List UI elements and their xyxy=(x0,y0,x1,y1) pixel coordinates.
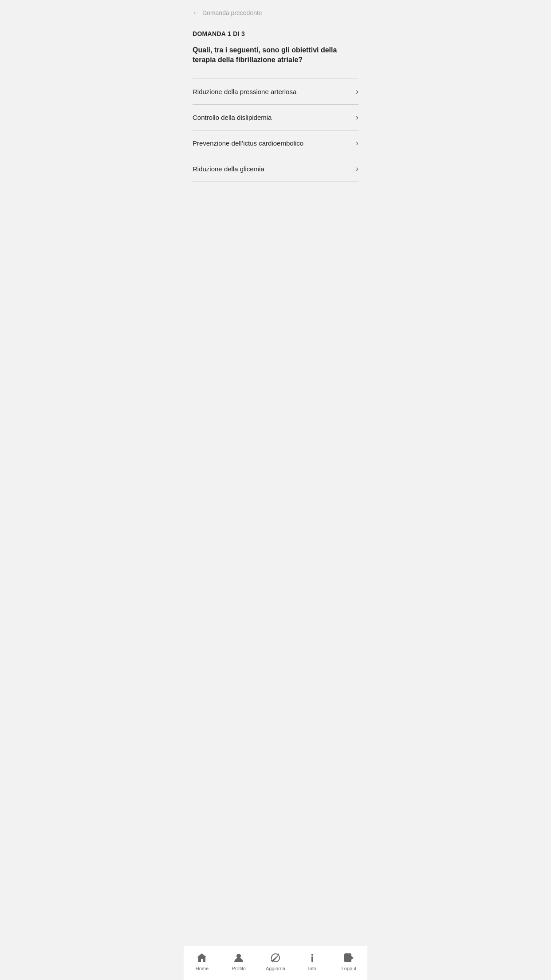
answer-item-3[interactable]: Prevenzione dell’ictus cardioembolico› xyxy=(193,130,358,156)
nav-item-logout[interactable]: Logout xyxy=(331,952,367,971)
svg-point-0 xyxy=(236,954,241,958)
chevron-icon-1: › xyxy=(356,87,358,96)
nav-label-profilo: Profilo xyxy=(232,966,246,971)
main-content: ← Domanda precedente DOMANDA 1 DI 3 Qual… xyxy=(184,0,367,980)
answer-list: Riduzione della pressione arteriosa›Cont… xyxy=(193,79,358,182)
back-button[interactable]: ← Domanda precedente xyxy=(193,9,358,17)
chevron-icon-3: › xyxy=(356,138,358,148)
answer-text-4: Riduzione della glicemia xyxy=(193,165,351,173)
nav-label-home: Home xyxy=(196,966,209,971)
answer-text-3: Prevenzione dell’ictus cardioembolico xyxy=(193,139,351,147)
nav-item-home[interactable]: Home xyxy=(184,952,220,971)
answer-text-2: Controllo della dislipidemia xyxy=(193,114,351,121)
nav-label-info: Info xyxy=(308,966,316,971)
answer-text-1: Riduzione della pressione arteriosa xyxy=(193,88,351,95)
answer-item-1[interactable]: Riduzione della pressione arteriosa› xyxy=(193,79,358,105)
back-label: Domanda precedente xyxy=(202,9,262,16)
svg-rect-2 xyxy=(311,956,313,962)
aggiorna-icon xyxy=(269,952,282,964)
nav-label-logout: Logout xyxy=(342,966,357,971)
home-icon xyxy=(196,952,208,964)
nav-label-aggiorna: Aggiorna xyxy=(266,966,285,971)
bottom-nav: Home Profilo Aggiorna I xyxy=(184,946,367,980)
info-icon xyxy=(306,952,319,964)
nav-item-profilo[interactable]: Profilo xyxy=(220,952,257,971)
logout-icon xyxy=(343,952,355,964)
question-text: Quali, tra i seguenti, sono gli obiettiv… xyxy=(193,45,358,65)
profilo-icon xyxy=(232,952,245,964)
nav-item-aggiorna[interactable]: Aggiorna xyxy=(257,952,294,971)
question-counter: DOMANDA 1 DI 3 xyxy=(193,30,358,37)
chevron-icon-4: › xyxy=(356,164,358,174)
answer-item-4[interactable]: Riduzione della glicemia› xyxy=(193,156,358,182)
answer-item-2[interactable]: Controllo della dislipidemia› xyxy=(193,105,358,130)
svg-rect-1 xyxy=(311,954,313,956)
chevron-icon-2: › xyxy=(356,113,358,122)
nav-item-info[interactable]: Info xyxy=(294,952,331,971)
back-arrow-icon: ← xyxy=(193,9,200,17)
